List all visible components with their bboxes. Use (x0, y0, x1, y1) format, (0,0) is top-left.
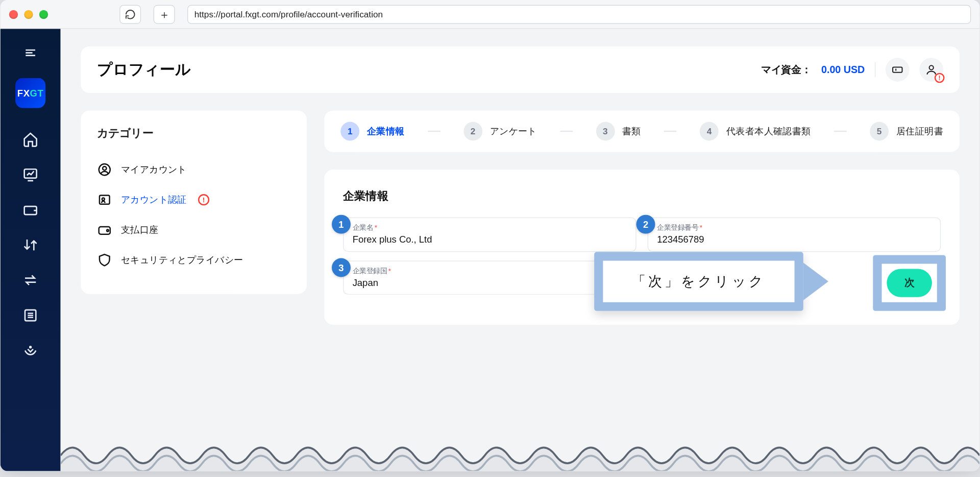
alert-icon (198, 194, 209, 205)
brand-fx: FX (17, 88, 30, 99)
step-documents[interactable]: 3 書類 (596, 122, 641, 141)
category-item-label: セキュリティとプライバシー (121, 254, 243, 266)
shield-icon (97, 252, 112, 268)
category-title: カテゴリー (97, 126, 290, 141)
svg-point-17 (102, 198, 105, 200)
divider (875, 62, 875, 78)
svg-point-13 (929, 65, 934, 69)
step-divider (560, 131, 573, 132)
step-label: 居住証明書 (896, 125, 943, 137)
step-number: 2 (463, 122, 482, 141)
swap-icon[interactable] (20, 270, 40, 290)
progress-stepper: 1 企業情報 2 アンケート 3 書類 (324, 110, 960, 152)
field-label: 企業登録番号* (657, 223, 932, 232)
category-item-payment-accounts[interactable]: 支払口座 (97, 215, 290, 245)
step-number: 3 (596, 122, 615, 141)
handshake-icon[interactable] (20, 341, 40, 361)
registration-number-field[interactable]: 企業登録番号* (648, 218, 941, 252)
next-button[interactable]: 次 (887, 269, 932, 297)
alert-badge-icon (935, 73, 945, 83)
app-shell: FXGT (1, 29, 980, 471)
main-column: 1 企業情報 2 アンケート 3 書類 (324, 110, 960, 324)
svg-point-15 (103, 166, 106, 170)
window-controls (9, 10, 48, 18)
category-item-my-account[interactable]: マイアカウント (97, 155, 290, 185)
registration-country-select[interactable]: 企業登録国* Japan ▼ (343, 260, 636, 294)
category-card: カテゴリー マイアカウント アカウント認証 支払口座 (81, 110, 307, 294)
page-title: プロフィール (97, 60, 190, 80)
brand-gt: GT (30, 88, 44, 99)
transfer-icon[interactable] (20, 235, 40, 255)
home-icon[interactable] (20, 129, 40, 149)
torn-edge-decoration (61, 434, 980, 471)
svg-rect-11 (893, 67, 902, 72)
step-number: 5 (870, 122, 889, 141)
company-name-field-wrap: 1 企業名* (343, 218, 636, 252)
registration-number-field-wrap: 2 企業登録番号* (648, 218, 941, 252)
category-item-label: アカウント認証 (121, 194, 187, 205)
browser-chrome: ＋ (1, 0, 980, 29)
form-row-1: 1 企業名* 2 企業登録番号* (343, 218, 941, 252)
main-canvas: プロフィール マイ資金： 0.00 USD (61, 29, 980, 471)
registration-number-input[interactable] (657, 234, 932, 245)
brand-logo: FXGT (15, 78, 45, 108)
user-circle-icon (97, 162, 112, 177)
step-divider (428, 131, 440, 132)
registration-country-field-wrap: 3 企業登録国* Japan ▼ (343, 260, 636, 294)
step-representative-id[interactable]: 4 代表者本人確認書類 (700, 122, 811, 141)
category-item-security-privacy[interactable]: セキュリティとプライバシー (97, 245, 290, 275)
funds-label: マイ資金： (761, 63, 811, 77)
funds-value: 0.00 USD (821, 64, 865, 75)
company-name-field[interactable]: 企業名* (343, 218, 636, 252)
svg-point-10 (30, 346, 31, 348)
chart-monitor-icon[interactable] (20, 164, 40, 184)
avatar-button[interactable] (919, 58, 943, 82)
close-window-button[interactable] (9, 10, 18, 18)
step-questionnaire[interactable]: 2 アンケート (463, 122, 537, 141)
annotation-bubble-1: 1 (332, 215, 351, 234)
id-card-icon (97, 192, 112, 207)
next-button-highlight: 次 (873, 255, 946, 311)
form-section-title: 企業情報 (343, 188, 941, 204)
browser-window: ＋ FXGT (1, 0, 980, 471)
address-bar[interactable] (187, 5, 971, 23)
step-proof-of-address[interactable]: 5 居住証明書 (870, 122, 943, 141)
category-item-label: 支払口座 (121, 224, 159, 235)
page-header: プロフィール マイ資金： 0.00 USD (81, 46, 960, 93)
step-label: 代表者本人確認書類 (726, 125, 811, 137)
step-divider (834, 131, 847, 132)
step-company-info[interactable]: 1 企業情報 (340, 122, 404, 141)
reload-button[interactable] (119, 5, 141, 23)
company-info-form: 企業情報 1 企業名* 2 (324, 170, 960, 325)
step-number: 4 (700, 122, 719, 141)
maximize-window-button[interactable] (39, 10, 48, 18)
svg-point-19 (107, 230, 109, 232)
category-item-label: マイアカウント (121, 163, 187, 175)
instruction-callout: 「次」をクリック (594, 252, 803, 311)
wallet-icon (97, 222, 112, 237)
annotation-bubble-3: 3 (332, 258, 351, 277)
menu-icon[interactable] (20, 43, 40, 63)
annotation-bubble-2: 2 (636, 215, 655, 234)
field-label: 企業名* (353, 223, 627, 232)
step-label: アンケート (490, 125, 537, 137)
field-label: 企業登録国* (353, 267, 627, 276)
step-number: 1 (340, 122, 359, 141)
category-item-account-verification[interactable]: アカウント認証 (97, 185, 290, 215)
minimize-window-button[interactable] (24, 10, 33, 18)
new-tab-button[interactable]: ＋ (154, 5, 175, 23)
wallet-icon[interactable] (20, 200, 40, 220)
header-right: マイ資金： 0.00 USD (761, 58, 943, 82)
content-row: カテゴリー マイアカウント アカウント認証 支払口座 (81, 110, 960, 324)
step-divider (664, 131, 677, 132)
registration-country-value: Japan (353, 277, 627, 288)
step-label: 書類 (622, 125, 641, 137)
ticket-icon[interactable] (886, 58, 910, 82)
step-label: 企業情報 (367, 125, 405, 137)
app-sidebar: FXGT (1, 29, 61, 471)
list-icon[interactable] (20, 305, 40, 325)
company-name-input[interactable] (353, 234, 627, 245)
